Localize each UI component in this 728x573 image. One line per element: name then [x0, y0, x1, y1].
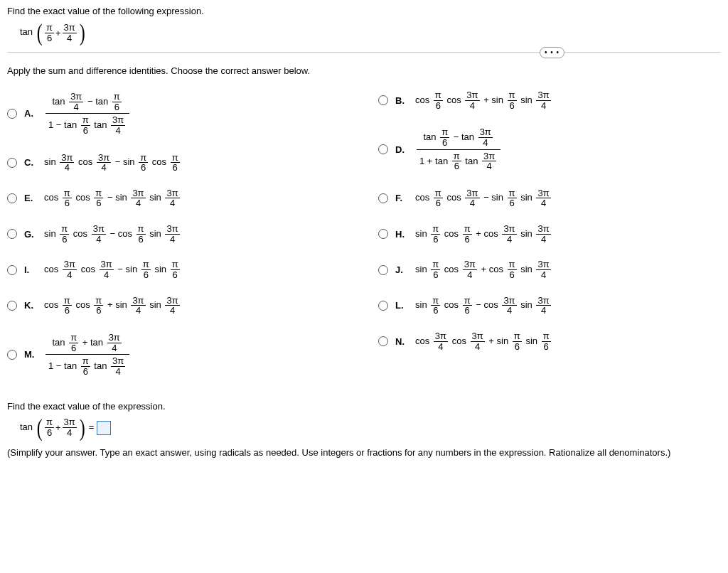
choice-H-radio[interactable] [378, 229, 388, 239]
choice-H-expression: sin π6 cos π6 + cos 3π4 sin 3π4 [415, 224, 552, 244]
choice-E-expression: cos π6 cos π6 − sin 3π4 sin 3π4 [44, 188, 181, 208]
divider [7, 52, 721, 53]
choice-J-expression: sin π6 cos 3π4 + cos π6 sin 3π4 [415, 259, 552, 279]
choice-J: J. sin π6 cos 3π4 + cos π6 sin 3π4 [378, 259, 721, 279]
choice-E: E. cos π6 cos π6 − sin 3π4 sin 3π4 [7, 188, 350, 208]
choice-D-letter: D. [395, 144, 408, 155]
answer-expression: tan (π6 + 3π4) = [20, 416, 721, 440]
choice-F: F. cos π6 cos 3π4 − sin π6 sin 3π4 [378, 188, 721, 208]
choice-G-radio[interactable] [7, 229, 17, 239]
choice-A: A. tan 3π4 − tan π61 − tan π6 tan 3π4 [7, 90, 350, 137]
choice-G: G. sin π6 cos 3π4 − cos π6 sin 3π4 [7, 224, 350, 244]
choice-N-expression: cos 3π4 cos 3π4 + sin π6 sin π6 [415, 331, 552, 351]
choice-A-radio[interactable] [7, 109, 17, 119]
choice-K-letter: K. [24, 300, 37, 311]
choice-K: K. cos π6 cos π6 + sin 3π4 sin 3π4 [7, 296, 350, 316]
choice-D: D. tan π6 − tan 3π41 + tan π6 tan 3π4 [378, 126, 721, 173]
choice-M: M. tan π6 + tan 3π41 − tan π6 tan 3π4 [7, 331, 350, 378]
choice-C-expression: sin 3π4 cos 3π4 − sin π6 cos π6 [44, 153, 181, 173]
choice-N: N. cos 3π4 cos 3π4 + sin π6 sin π6 [378, 331, 721, 351]
choice-A-expression: tan 3π4 − tan π61 − tan π6 tan 3π4 [44, 90, 131, 137]
question-prompt-2: Apply the sum and difference identities.… [7, 65, 721, 76]
expand-button[interactable]: • • • [540, 47, 564, 58]
choice-G-letter: G. [24, 229, 37, 240]
choice-F-expression: cos π6 cos 3π4 − sin π6 sin 3π4 [415, 188, 552, 208]
choice-C-radio[interactable] [7, 158, 17, 168]
choice-L: L. sin π6 cos π6 − cos 3π4 sin 3π4 [378, 296, 721, 316]
choice-G-expression: sin π6 cos 3π4 − cos π6 sin 3π4 [44, 224, 181, 244]
choice-I-radio[interactable] [7, 265, 17, 275]
question-prompt-1: Find the exact value of the following ex… [7, 6, 721, 16]
main-expression: tan (π6 + 3π4) [20, 21, 721, 45]
choice-C-letter: C. [24, 157, 37, 168]
choices-left-column: A. tan 3π4 − tan π61 − tan π6 tan 3π4 C.… [7, 83, 350, 394]
choice-L-letter: L. [395, 300, 408, 311]
choice-M-expression: tan π6 + tan 3π41 − tan π6 tan 3π4 [44, 331, 131, 378]
choice-F-letter: F. [395, 193, 408, 203]
choice-K-expression: cos π6 cos π6 + sin 3π4 sin 3π4 [44, 296, 181, 316]
choice-B-radio[interactable] [378, 95, 388, 105]
choice-F-radio[interactable] [378, 193, 388, 203]
choices-right-column: B. cos π6 cos 3π4 + sin π6 sin 3π4 D. ta… [378, 83, 721, 394]
choice-M-letter: M. [24, 349, 37, 360]
choice-E-letter: E. [24, 193, 37, 203]
choice-L-radio[interactable] [378, 301, 388, 311]
choice-D-expression: tan π6 − tan 3π41 + tan π6 tan 3π4 [415, 126, 502, 173]
choice-J-radio[interactable] [378, 265, 388, 275]
choice-I: I. cos 3π4 cos 3π4 − sin π6 sin π6 [7, 259, 350, 279]
choice-B-letter: B. [395, 95, 408, 106]
choices-container: A. tan 3π4 − tan π61 − tan π6 tan 3π4 C.… [7, 83, 721, 394]
choice-M-radio[interactable] [7, 350, 17, 360]
choice-H: H. sin π6 cos π6 + cos 3π4 sin 3π4 [378, 224, 721, 244]
choice-K-radio[interactable] [7, 301, 17, 311]
choice-L-expression: sin π6 cos π6 − cos 3π4 sin 3π4 [415, 296, 552, 316]
choice-N-radio[interactable] [378, 336, 388, 346]
choice-I-expression: cos 3π4 cos 3π4 − sin π6 sin π6 [44, 259, 181, 279]
question-prompt-3: Find the exact value of the expression. [7, 401, 721, 412]
choice-I-letter: I. [24, 264, 37, 275]
choice-A-letter: A. [24, 108, 37, 119]
choice-H-letter: H. [395, 229, 408, 240]
answer-instructions: (Simplify your answer. Type an exact ans… [7, 447, 721, 458]
choice-B-expression: cos π6 cos 3π4 + sin π6 sin 3π4 [415, 90, 552, 110]
equals-sign: = [89, 422, 95, 432]
choice-C: C. sin 3π4 cos 3π4 − sin π6 cos π6 [7, 153, 350, 173]
choice-E-radio[interactable] [7, 193, 17, 203]
choice-D-radio[interactable] [378, 144, 388, 154]
answer-input[interactable] [97, 421, 111, 435]
choice-J-letter: J. [395, 264, 408, 275]
choice-N-letter: N. [395, 336, 408, 347]
choice-B: B. cos π6 cos 3π4 + sin π6 sin 3π4 [378, 90, 721, 110]
